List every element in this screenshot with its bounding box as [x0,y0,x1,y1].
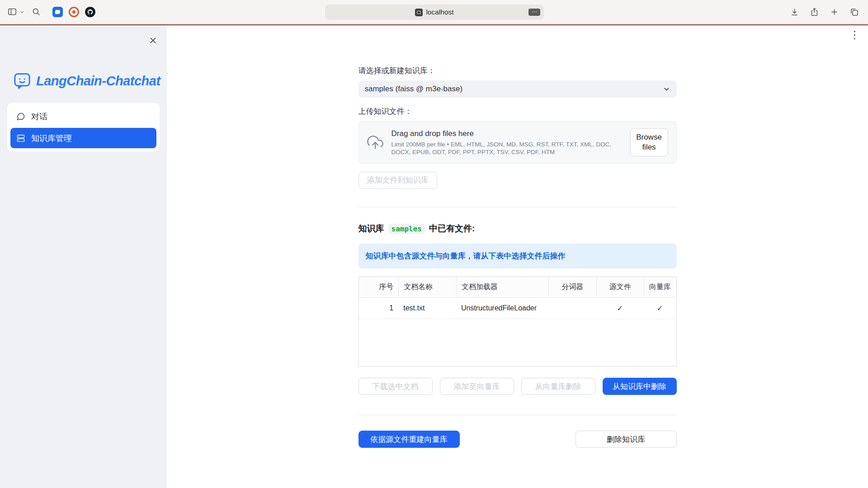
column-header[interactable]: 文档加载器 [456,277,548,297]
cell-source-check: ✓ [596,298,644,319]
cell-loader: UnstructuredFileLoader [456,298,548,319]
cell-doc-name: test.txt [398,298,456,319]
delete-kb-button[interactable]: 删除知识库 [576,431,677,448]
tab-overview-icon[interactable] [849,7,859,17]
column-header[interactable]: 源文件 [596,277,644,297]
table-header-row: 序号 文档名称 文档加载器 分词器 源文件 向量库 [359,277,676,298]
divider [359,415,677,415]
address-extension-badge[interactable]: ⋯ [528,9,540,16]
sidebar-item-knowledge-base[interactable]: 知识库管理 [10,128,156,148]
main-area: ⋮ 请选择或新建知识库： samples (faiss @ m3e-base) … [167,25,868,488]
column-header[interactable]: 序号 [359,277,399,297]
kb-files-heading: 知识库 samples 中已有文件: [359,223,677,235]
kb-select-value: samples (faiss @ m3e-base) [365,84,463,94]
kb-select-label: 请选择或新建知识库： [359,66,677,76]
content-column: 请选择或新建知识库： samples (faiss @ m3e-base) 上传… [359,25,677,448]
app-logo: LangChain-Chatchat [13,71,160,90]
app-accent-line [0,24,868,25]
app-logo-text: LangChain-Chatchat [36,74,160,89]
browser-toolbar: localhost ⋯ [0,0,868,24]
rebuild-vector-store-button[interactable]: 依据源文件重建向量库 [359,431,460,448]
app-menu-button[interactable]: ⋮ [849,30,860,40]
extension-glyph [55,10,60,14]
add-files-button[interactable]: 添加文件到知识库 [359,172,437,189]
dropzone-title: Drag and drop files here [392,129,618,138]
cell-index: 1 [359,298,399,319]
chevron-down-icon [19,9,24,14]
sidebar-item-label: 知识库管理 [31,133,72,144]
kb-heading-suffix: 中已有文件: [429,223,475,235]
sidebar-item-label: 对话 [31,111,47,122]
cell-splitter [548,298,596,319]
chatchat-logo-icon [13,71,32,90]
kb-files-table[interactable]: 序号 文档名称 文档加载器 分词器 源文件 向量库 1 test.txt Uns… [359,277,677,366]
dropzone-limits: Limit 200MB per file • EML, HTML, JSON, … [392,141,618,156]
kb-select[interactable]: samples (faiss @ m3e-base) [359,80,677,98]
column-header[interactable]: 分词器 [548,277,596,297]
database-icon [16,134,25,143]
extension-icon-ring[interactable] [69,7,79,17]
chat-bubble-icon [16,112,25,121]
dropzone-text: Drag and drop files here Limit 200MB per… [392,129,618,156]
extension-glyph [72,10,75,14]
delete-from-vector-button[interactable]: 从向量库删除 [521,378,595,395]
downloads-icon[interactable] [790,7,799,17]
site-favicon [415,9,423,16]
info-banner: 知识库中包含源文件与向量库，请从下表中选择文件后操作 [359,244,677,268]
search-icon[interactable] [32,7,41,16]
sidebar-nav: 对话 知识库管理 [7,103,160,151]
new-tab-icon[interactable] [830,7,839,17]
column-header[interactable]: 向量库 [644,277,676,297]
chevron-down-icon [663,85,670,93]
file-dropzone[interactable]: Drag and drop files here Limit 200MB per… [359,121,677,164]
upload-label: 上传知识文件： [359,107,677,117]
github-extension-icon[interactable] [85,7,95,17]
sidebar-item-chat[interactable]: 对话 [10,106,156,127]
file-action-buttons: 下载选中文档 添加至向量库 从向量库删除 从知识库中删除 [359,378,677,395]
extension-icon-blue[interactable] [52,7,63,17]
cell-vector-check: ✓ [644,298,676,319]
cloud-upload-icon [367,134,383,150]
sidebar-close-button[interactable] [147,34,159,46]
app-sidebar: LangChain-Chatchat 对话 知识库管理 [0,25,167,488]
kb-name-code: samples [388,224,425,234]
share-icon[interactable] [810,7,819,17]
download-selected-button[interactable]: 下载选中文档 [359,378,433,395]
delete-from-kb-button[interactable]: 从知识库中删除 [603,378,677,395]
octocat-icon [85,7,95,17]
add-to-vector-button[interactable]: 添加至向量库 [440,378,514,395]
address-url: localhost [426,8,453,16]
kb-bottom-buttons: 依据源文件重建向量库 删除知识库 [359,431,677,448]
close-icon [149,36,157,45]
kb-heading-prefix: 知识库 [359,223,384,235]
address-bar[interactable]: localhost ⋯ [325,5,544,20]
browse-files-button[interactable]: Browse files [630,128,668,156]
sidebar-panel-icon [7,7,17,17]
column-header[interactable]: 文档名称 [398,277,456,297]
sidebar-toggle-button[interactable] [7,7,24,17]
divider [359,207,677,207]
table-row[interactable]: 1 test.txt UnstructuredFileLoader ✓ ✓ [359,298,676,319]
